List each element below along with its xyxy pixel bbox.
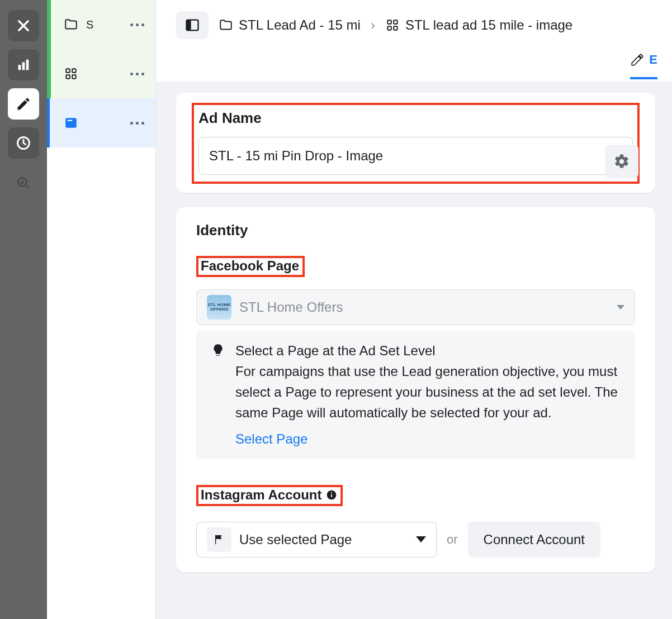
connect-account-button[interactable]: Connect Account [468, 522, 600, 558]
tip-title: Select a Page at the Ad Set Level [235, 343, 621, 359]
page-tip-box: Select a Page at the Ad Set Level For ca… [196, 331, 635, 459]
ad-name-label: Ad Name [198, 109, 633, 127]
folder-icon [64, 17, 78, 32]
svg-rect-14 [187, 20, 191, 31]
identity-label: Identity [196, 222, 635, 239]
svg-rect-10 [72, 75, 76, 79]
svg-rect-7 [66, 69, 70, 72]
close-button[interactable] [8, 10, 39, 41]
ad-name-input[interactable] [198, 137, 633, 175]
history-button[interactable] [8, 127, 39, 159]
info-icon[interactable] [326, 489, 337, 501]
connect-account-label: Connect Account [484, 532, 585, 547]
facebook-page-label: Facebook Page [196, 256, 305, 277]
svg-rect-9 [66, 75, 70, 79]
svg-rect-5 [21, 182, 22, 184]
chart-magnify-icon [16, 176, 31, 191]
grid-icon [385, 18, 400, 32]
chevron-right-icon: › [371, 17, 375, 33]
pencil-icon [16, 96, 31, 112]
bar-chart-icon [16, 57, 31, 73]
instagram-account-select[interactable]: Use selected Page [196, 522, 437, 558]
edit-button[interactable] [8, 88, 39, 120]
chevron-down-icon [617, 305, 624, 309]
breadcrumb-bar: STL Lead Ad - 15 mi › STL lead ad 15 mil… [156, 0, 672, 82]
main-panel: STL Lead Ad - 15 mi › STL lead ad 15 mil… [156, 0, 672, 619]
tree-campaign-label: S [86, 18, 93, 31]
gear-icon [613, 153, 630, 170]
inspect-button[interactable] [12, 172, 35, 194]
clock-icon [16, 135, 31, 151]
tab-edit[interactable]: E [630, 47, 657, 79]
close-icon [16, 18, 31, 34]
more-icon[interactable] [130, 73, 144, 75]
select-page-link[interactable]: Select Page [235, 431, 307, 447]
instagram-account-label: Instagram Account [201, 487, 321, 503]
status-bar-active [47, 49, 51, 98]
facebook-page-name: STL Home Offers [239, 299, 609, 315]
svg-rect-12 [68, 120, 73, 121]
svg-rect-21 [332, 492, 333, 493]
lightbulb-icon [211, 343, 225, 447]
breadcrumb-campaign-label: STL Lead Ad - 15 mi [239, 17, 361, 33]
page-thumbnail: STL HOMEOFFERS [207, 295, 231, 320]
flag-icon [207, 527, 231, 552]
identity-card: Identity Facebook Page STL HOMEOFFERS ST… [176, 207, 655, 572]
charts-button[interactable] [8, 49, 39, 80]
folder-icon [219, 18, 233, 32]
panel-toggle-button[interactable] [176, 11, 209, 39]
svg-rect-18 [394, 26, 397, 30]
tree-item-ad[interactable] [47, 98, 155, 147]
more-icon[interactable] [130, 23, 144, 26]
tree-item-campaign[interactable]: S [47, 0, 155, 49]
facebook-page-select[interactable]: STL HOMEOFFERS STL Home Offers [196, 289, 635, 325]
svg-rect-8 [72, 69, 76, 72]
svg-rect-17 [387, 26, 391, 30]
campaign-tree: S [47, 0, 156, 619]
or-label: or [447, 532, 458, 547]
more-icon[interactable] [130, 122, 144, 125]
status-bar-active [47, 0, 51, 49]
svg-rect-11 [65, 118, 77, 127]
tree-item-adset[interactable] [47, 49, 155, 98]
svg-rect-2 [26, 60, 29, 70]
instagram-account-value: Use selected Page [239, 532, 408, 547]
pencil-icon [630, 53, 645, 67]
ad-name-card: Ad Name [176, 93, 655, 193]
svg-rect-16 [394, 20, 397, 24]
svg-rect-20 [332, 494, 333, 497]
tip-body: For campaigns that use the Lead generati… [235, 361, 621, 423]
selected-indicator [47, 98, 50, 147]
panel-icon [184, 17, 200, 33]
tab-edit-label: E [649, 53, 657, 67]
ad-icon [64, 116, 78, 130]
breadcrumb-adset[interactable]: STL lead ad 15 mile - image [385, 17, 572, 33]
ad-name-settings-button[interactable] [605, 145, 638, 178]
svg-rect-15 [387, 20, 391, 24]
chevron-down-icon [416, 536, 426, 542]
breadcrumb-adset-label: STL lead ad 15 mile - image [405, 17, 572, 33]
svg-rect-0 [18, 65, 21, 70]
grid-icon [64, 66, 78, 81]
svg-rect-1 [22, 62, 25, 70]
svg-rect-6 [22, 181, 23, 184]
breadcrumb-campaign[interactable]: STL Lead Ad - 15 mi [219, 17, 361, 33]
left-rail [0, 0, 47, 619]
